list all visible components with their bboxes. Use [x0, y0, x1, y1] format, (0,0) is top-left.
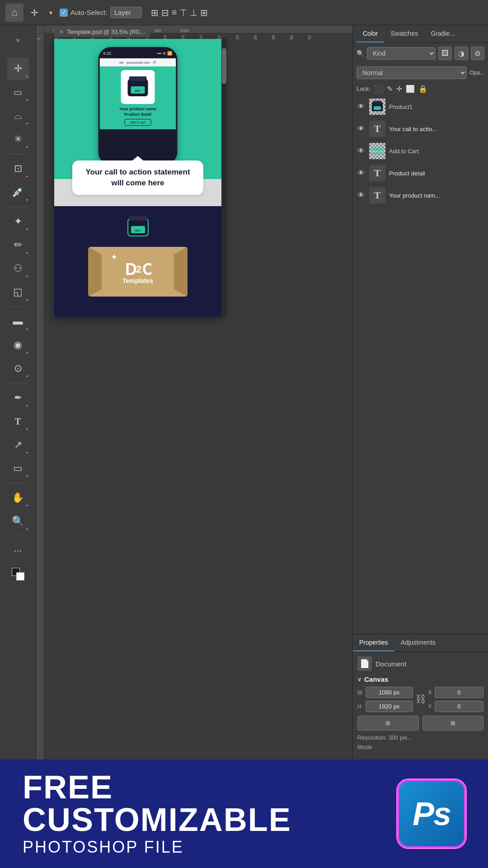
width-input[interactable]	[366, 687, 413, 698]
magic-wand-tool[interactable]: ✳ ▾	[7, 128, 29, 150]
autoselect-dropdown[interactable]: Layer Group	[110, 7, 142, 18]
mode-row: Mode	[357, 744, 483, 750]
phone-add-to-cart-button[interactable]: Add to cart	[124, 119, 151, 126]
svg-text:D2C: D2C	[135, 90, 141, 92]
crop-tool[interactable]: ⊡ ▾	[7, 158, 29, 179]
kind-filter-row: 🔍 Kind 🖼 ◑ ⚙	[353, 43, 488, 64]
lock-button[interactable]: 🔒	[418, 85, 427, 93]
align-left-icon[interactable]: ⊞	[151, 7, 159, 18]
logo-star: ✦	[111, 252, 117, 262]
align-middle-icon[interactable]: ⊥	[190, 7, 197, 18]
brush-tool[interactable]: ✏ ▾	[7, 234, 29, 256]
gradient-tool[interactable]: ▬ ▾	[7, 311, 29, 332]
tab-properties[interactable]: Properties	[353, 634, 394, 651]
move-tool[interactable]: ✛ ▾	[7, 58, 29, 80]
scrollbar-thumb[interactable]	[222, 48, 226, 84]
filter-image-button[interactable]: 🖼	[438, 47, 452, 60]
layer-item[interactable]: 👁 T Your call to actio...	[353, 118, 488, 140]
eraser-tool[interactable]: ◱ ▾	[7, 281, 29, 303]
layer-item[interactable]: 👁 T Your product nam...	[353, 184, 488, 207]
lasso-tool[interactable]: ⌓ ▾	[7, 105, 29, 127]
hand-tool[interactable]: ✋ ▾	[7, 487, 29, 509]
path-icon: ↗	[14, 439, 22, 451]
x-input[interactable]	[435, 687, 484, 698]
move-tool-button[interactable]: ✛	[27, 5, 42, 20]
path-tool[interactable]: ↗ ▾	[7, 434, 29, 456]
align-bottom-icon[interactable]: ⊞	[200, 7, 208, 18]
layer-visibility-toggle[interactable]: 👁	[357, 147, 366, 155]
tab-adjustments[interactable]: Adjustments	[394, 634, 442, 651]
doc-tab-close[interactable]: ×	[60, 28, 63, 35]
layer-visibility-toggle[interactable]: 👁	[357, 191, 366, 199]
blur-tool[interactable]: ◉ ▾	[7, 334, 29, 356]
tab-color[interactable]: Color	[357, 25, 384, 42]
filter-more-button[interactable]: ⚙	[471, 47, 484, 60]
canvas-section: ∨ Canvas W H	[357, 675, 483, 750]
align-top-icon[interactable]: ⊤	[179, 7, 187, 18]
phone-product-image: D2C PRODUCT	[121, 70, 155, 104]
document-icon: 📄	[357, 656, 372, 671]
autoselect-checkbox[interactable]: ✓	[60, 9, 68, 17]
filter-circle-button[interactable]: ◑	[455, 47, 468, 60]
background-color[interactable]	[16, 572, 24, 580]
vertical-scrollbar[interactable]	[221, 39, 227, 317]
move-tool-dropdown[interactable]: ▾	[46, 7, 56, 18]
layer-item[interactable]: 👁 Add to cart Add to Cart	[353, 140, 488, 162]
lock-artboard-icon[interactable]: ✛	[396, 85, 402, 93]
lock-position-icon[interactable]: ✎	[387, 85, 393, 93]
marquee-tool[interactable]: ▭ ▾	[7, 81, 29, 103]
text-tool[interactable]: T ▾	[7, 410, 29, 432]
pen-tool[interactable]: ✒ ▾	[7, 387, 29, 409]
layer-visibility-toggle[interactable]: 👁	[357, 103, 366, 111]
layer-thumbnail: T	[369, 121, 385, 137]
lock-pixels-icon[interactable]: ⬛	[374, 85, 383, 93]
height-input[interactable]	[366, 701, 413, 712]
tab-swatches[interactable]: Swatches	[384, 25, 424, 42]
banner-free-text: FREE	[23, 771, 291, 803]
phone-mockup: 6:32 ▪▪▪ ≋ 📶 AA yourwebsite.com ↺	[99, 47, 178, 165]
tab-gradient[interactable]: Gradie...	[424, 25, 461, 42]
brush-icon: ✏	[14, 239, 22, 251]
eyedropper-icon: 💉	[12, 186, 24, 198]
chevron-down-icon[interactable]: ∨	[357, 676, 361, 683]
move-icon: ✛	[31, 7, 38, 18]
layer-item[interactable]: 👁 Product1	[353, 96, 488, 118]
kind-dropdown[interactable]: Kind	[367, 47, 436, 60]
expand-icon: »	[16, 36, 20, 43]
chain-link-icon: ⛓	[416, 693, 426, 705]
product-jar-svg: D2C PRODUCT	[126, 74, 150, 101]
dimensions-row: W H ⛓ X	[357, 687, 483, 712]
home-button[interactable]: ⌂	[5, 4, 23, 22]
zoom-tool[interactable]: 🔍 ▾	[7, 510, 29, 532]
y-input[interactable]	[435, 701, 484, 712]
foreground-bg-color[interactable]	[7, 563, 29, 585]
expand-toggle[interactable]: »	[7, 29, 29, 51]
main-area: » ✛ ▾ ▭ ▾ ⌓ ▾ ✳ ▾ ⊡ ▾ 💉 ▾ ✦ ▾	[0, 25, 488, 760]
eyedropper-tool[interactable]: 💉 ▾	[7, 181, 29, 203]
shape-tool[interactable]: ▭ ▾	[7, 458, 29, 479]
layer-visibility-toggle[interactable]: 👁	[357, 125, 366, 133]
fit-canvas-button[interactable]: ⊠	[422, 716, 484, 731]
document-tab[interactable]: × Template.psd @ 33.5% (RG...	[54, 26, 150, 37]
layer-item[interactable]: 👁 T Product detail	[353, 162, 488, 184]
mode-label: Mode	[357, 744, 372, 750]
svg-rect-13	[373, 101, 382, 104]
top-toolbar: ⌂ ✛ ▾ ✓ Auto-Select: Layer Group ⊞ ⊟ ≡ ⊤…	[0, 0, 488, 25]
phone-signals: ▪▪▪ ≋ 📶	[157, 51, 173, 56]
chevron-down-icon: ▾	[49, 9, 52, 16]
pen-icon: ✒	[14, 392, 22, 404]
healing-tool[interactable]: ✦ ▾	[7, 211, 29, 232]
clone-tool[interactable]: ⚇ ▾	[7, 258, 29, 279]
layer-visibility-toggle[interactable]: 👁	[357, 169, 366, 177]
dodge-tool[interactable]: ⊙ ▾	[7, 358, 29, 379]
lock-all-icon[interactable]: ⬜	[406, 85, 415, 93]
fit-image-button[interactable]: ⊞	[357, 716, 419, 731]
canvas-label: Canvas	[364, 675, 388, 683]
opacity-label: Opa...	[469, 70, 484, 76]
document-row: 📄 Document	[357, 656, 483, 671]
blend-mode-dropdown[interactable]: Normal Multiply Screen	[357, 66, 467, 79]
panel-tabs: Color Swatches Gradie...	[353, 25, 488, 43]
extra-tools-button[interactable]: ···	[7, 540, 29, 561]
align-right-icon[interactable]: ≡	[172, 7, 177, 18]
align-center-icon[interactable]: ⊟	[161, 7, 169, 18]
